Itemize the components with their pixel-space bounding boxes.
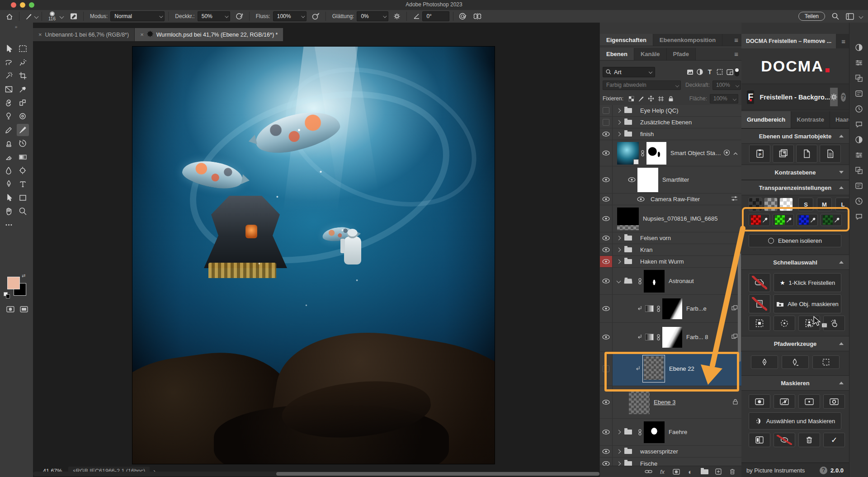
marquee-tool[interactable] [17,43,29,55]
docma-menu-icon[interactable]: ≡ [841,38,845,45]
brush-tool-chevron-icon[interactable] [34,14,39,19]
layer-row[interactable]: Zusätzliche Ebenen [600,117,742,128]
visibility-eye-icon[interactable] [600,419,613,445]
brush-settings-panel-icon[interactable] [68,11,80,22]
visibility-eye-icon[interactable] [600,205,613,232]
dock-history-icon[interactable] [849,180,868,192]
smoothing-options-gear-icon[interactable] [391,11,403,22]
clone-stamp-tool[interactable] [3,137,15,150]
screen-mode-icon[interactable] [18,304,30,315]
close-tab-icon[interactable]: × [38,31,42,38]
visibility-eye-icon[interactable] [600,268,613,294]
default-colors-icon[interactable] [4,292,10,298]
layer-thumbnail[interactable] [644,270,665,293]
layer-row[interactable]: Fische [600,458,742,466]
layer-filter-type-select[interactable]: Art [603,67,655,77]
brush-tool[interactable] [17,124,29,136]
fill-select[interactable]: 100% [710,94,738,104]
layer-row[interactable]: Camera Raw-Filter [600,194,742,205]
visibility-eye-icon[interactable] [600,386,613,418]
workspace-chevron-icon[interactable] [859,14,863,19]
type-tool[interactable] [17,178,29,190]
one-click-freistellen-button[interactable]: ★ 1-Klick Freistellen [774,273,841,292]
layer-thumbnail[interactable] [662,327,682,348]
pencil-tool[interactable] [3,124,15,136]
swap-colors-icon[interactable]: ⇄ [22,273,25,278]
checker-size-l-button[interactable]: L [835,198,850,211]
layer-row[interactable]: Farb... 8 [600,323,742,352]
layer-thumbnail[interactable] [662,298,682,319]
checker-light-button[interactable] [779,198,793,211]
magic-wand-tool[interactable] [3,70,15,82]
quick-mask-icon[interactable] [5,304,16,315]
tab-kanaele[interactable]: Kanäle [634,48,667,60]
ebenen-isolieren-button[interactable]: Ebenen isolieren [749,234,841,247]
filter-smart-objects-icon[interactable] [725,67,735,77]
visibility-toggle-empty[interactable] [600,105,613,116]
pressure-size-icon[interactable] [457,11,469,22]
layer-row[interactable]: Astronaut [600,268,742,295]
tab-ebenen[interactable]: Ebenen [600,48,634,60]
quick-selection-tool[interactable] [17,56,29,68]
dock-navigator-icon[interactable] [849,165,868,176]
document-tab-wurmloch[interactable]: × Wurmloch.psd bei 41,7% (Ebene 22, RGB/… [135,28,283,41]
transparency-blue-button[interactable] [797,214,818,226]
split-view-button[interactable] [749,433,770,447]
pressure-opacity-icon[interactable] [234,11,245,22]
symmetry-butterfly-icon[interactable] [472,11,483,22]
healing-tool[interactable] [3,97,15,109]
hand-tool[interactable] [3,205,15,217]
checker-size-m-button[interactable]: M [817,198,832,211]
visibility-eye-icon[interactable] [600,446,613,457]
layer-row[interactable]: Ebene 3 [600,386,742,419]
pen-tool[interactable] [3,178,15,190]
visibility-eye-icon[interactable] [600,256,613,267]
dock-swatches-icon[interactable] [849,103,868,115]
brush-angle-field[interactable]: 0° [422,11,449,21]
checker-size-s-button[interactable]: S [798,198,813,211]
gradient-map-icon[interactable] [645,334,654,340]
delete-layer-icon[interactable] [728,468,736,476]
docma-settings-gear-icon[interactable] [830,88,838,106]
layer-row[interactable]: Faehre [600,419,742,446]
visibility-eye-icon[interactable] [600,194,613,205]
lock-transparent-icon[interactable] [626,94,636,104]
invert-mask-button[interactable] [774,394,795,409]
filter-pixel-layers-icon[interactable] [685,67,695,77]
layer-row[interactable]: finish [600,128,742,140]
close-tab-icon[interactable]: × [140,31,144,38]
layer-row[interactable]: wasserspritzer [600,446,742,458]
pen-minus-button[interactable] [782,355,809,369]
layer-row[interactable]: Nupsies_070816_IMG_6685 [600,205,742,232]
transparency-custom-button[interactable] [821,214,842,226]
section-transparenzeinstellungen[interactable]: Transparenzeinstellungen [741,180,849,195]
more-tools-tool[interactable] [3,219,15,231]
visibility-eye-icon[interactable] [600,140,613,166]
select-subject-button[interactable] [749,316,770,331]
layer-row[interactable]: Smart Object Stamp [600,140,742,166]
section-pfadwerkzeuge[interactable]: Pfadwerkzeuge [741,336,849,351]
dock-libraries-icon[interactable] [849,57,868,69]
horizontal-scrollbar[interactable] [33,472,599,476]
visibility-toggle-empty[interactable] [600,352,613,386]
layer-thumbnail[interactable] [617,142,639,165]
lock-position-icon[interactable] [646,94,656,104]
tab-eigenschaften[interactable]: Eigenschaften [600,34,653,46]
workspace-switcher-icon[interactable] [844,11,856,22]
brush-preset-picker[interactable]: 116 [46,11,58,21]
visibility-eye-icon[interactable] [600,244,613,255]
new-smartobject-button[interactable] [773,145,794,163]
layer-effects-icon[interactable]: fx [658,468,666,476]
checker-mid-button[interactable] [764,198,778,211]
checker-dark-button[interactable] [749,198,762,211]
layer-blend-mode-select[interactable]: Farbig abwedeln [603,80,681,90]
layer-thumbnail[interactable] [637,168,658,192]
dock-histogram-icon[interactable] [849,149,868,161]
visibility-eye-icon[interactable] [600,295,613,322]
red-eye-tool[interactable] [17,110,29,123]
canvas-artwork[interactable] [132,47,495,464]
layer-filtering-toggle[interactable] [735,68,739,76]
dock-info-icon[interactable] [849,72,868,84]
visibility-eye-icon[interactable] [600,232,613,244]
layer-thumbnail[interactable] [629,391,650,414]
